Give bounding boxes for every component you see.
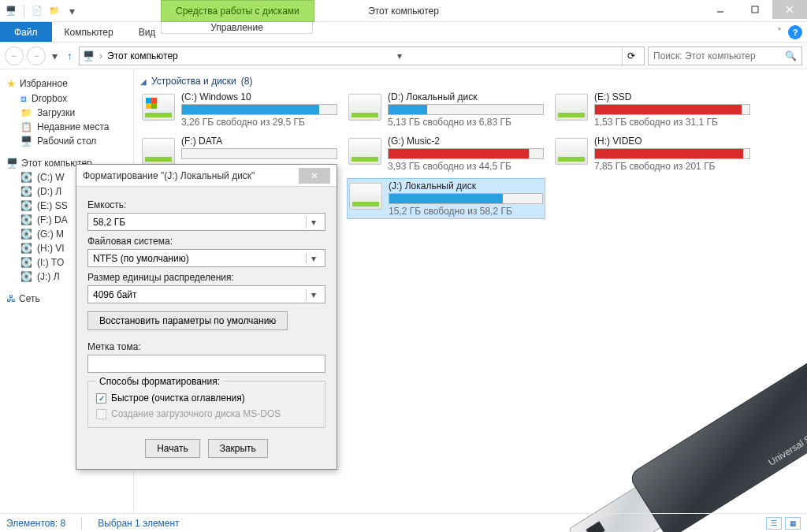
- properties-icon[interactable]: 📄: [31, 5, 43, 17]
- svg-line-3: [787, 6, 793, 13]
- nav-item-label: (J:) Л: [37, 271, 60, 282]
- minimize-button[interactable]: [703, 0, 738, 19]
- status-separator: [81, 517, 82, 530]
- pc-icon: 🖥️: [83, 50, 95, 61]
- desktop-icon: 🖥️: [20, 136, 32, 147]
- refresh-button[interactable]: ⟳: [622, 47, 641, 65]
- search-box[interactable]: 🔍: [648, 47, 802, 65]
- filesystem-value: NTFS (по умолчанию): [93, 253, 189, 264]
- drive-name: (C:) Windows 10: [181, 91, 337, 102]
- close-dialog-button[interactable]: Закрыть: [208, 439, 268, 458]
- allocation-combo[interactable]: 4096 байт▾: [87, 285, 325, 303]
- checkbox-icon: [96, 409, 106, 419]
- address-dropdown-icon[interactable]: ▾: [392, 50, 407, 61]
- drive-freespace: 3,26 ГБ свободно из 29,5 ГБ: [181, 117, 337, 128]
- dialog-close-button[interactable]: ✕: [299, 168, 330, 184]
- close-button[interactable]: [772, 0, 807, 19]
- nav-item-dropbox[interactable]: ⧈Dropbox: [3, 91, 130, 106]
- file-tab[interactable]: Файл: [0, 22, 52, 42]
- nav-item-downloads[interactable]: 📁Загрузки: [3, 106, 130, 120]
- network-label: Сеть: [19, 293, 40, 304]
- restore-defaults-button[interactable]: Восстановить параметры по умолчанию: [87, 311, 288, 330]
- capacity-bar: [594, 148, 750, 159]
- drive-freespace: 5,13 ГБ свободно из 6,83 ГБ: [388, 117, 544, 128]
- drive-tile[interactable]: (G:) Music-23,93 ГБ свободно из 44,5 ГБ: [347, 134, 545, 173]
- qat-dropdown-icon[interactable]: ▾: [65, 5, 78, 17]
- quick-format-label: Быстрое (очистка оглавления): [111, 392, 245, 404]
- group-title: Устройства и диски: [151, 76, 236, 87]
- forward-button[interactable]: →: [27, 47, 46, 65]
- view-tiles-button[interactable]: ▦: [785, 517, 801, 530]
- drive-tile[interactable]: (E:) SSD1,53 ГБ свободно из 31,1 ГБ: [553, 90, 752, 129]
- drive-icon: 💽: [20, 257, 32, 268]
- chevron-down-icon: ▾: [306, 289, 320, 300]
- drive-icon: 💽: [20, 200, 32, 211]
- capacity-bar: [594, 104, 750, 115]
- breadcrumb-sep-icon: ›: [99, 50, 102, 61]
- msdos-boot-label: Создание загрузочного диска MS-DOS: [111, 408, 281, 419]
- drive-icon: [555, 94, 588, 121]
- drive-body: (F:) DATA: [181, 136, 337, 161]
- breadcrumb-location[interactable]: Этот компьютер: [107, 50, 178, 61]
- dialog-title-bar[interactable]: Форматирование "(J:) Локальный диск" ✕: [76, 165, 337, 187]
- capacity-value: 58,2 ГБ: [93, 217, 125, 228]
- ribbon-expand-icon[interactable]: ˅: [777, 27, 782, 38]
- search-input[interactable]: [653, 50, 785, 61]
- nav-item-label: Рабочий стол: [37, 136, 96, 147]
- tab-computer[interactable]: Компьютер: [52, 22, 126, 42]
- nav-item-desktop[interactable]: 🖥️Рабочий стол: [3, 134, 130, 148]
- drive-icon: [349, 183, 382, 210]
- nav-item-recent[interactable]: 📋Недавние места: [3, 120, 130, 134]
- nav-item-label: (D:) Л: [37, 186, 61, 197]
- filesystem-combo[interactable]: NTFS (по умолчанию)▾: [87, 249, 325, 267]
- drive-freespace: 15,2 ГБ свободно из 58,2 ГБ: [389, 206, 543, 217]
- nav-item-label: Загрузки: [37, 107, 75, 118]
- view-details-button[interactable]: ☰: [766, 517, 782, 530]
- svg-line-2: [787, 6, 793, 13]
- folder-icon: 📁: [20, 107, 32, 118]
- new-folder-icon[interactable]: 📁: [48, 5, 61, 17]
- drive-name: (D:) Локальный диск: [388, 91, 544, 102]
- drive-body: (C:) Windows 103,26 ГБ свободно из 29,5 …: [181, 91, 337, 128]
- recent-locations-button[interactable]: ▾: [49, 50, 61, 62]
- start-button[interactable]: Начать: [145, 439, 200, 458]
- up-button[interactable]: ↑: [64, 50, 76, 62]
- maximize-button[interactable]: [738, 0, 772, 19]
- filesystem-label: Файловая система:: [87, 236, 325, 247]
- drive-name: (F:) DATA: [181, 136, 337, 147]
- help-icon[interactable]: ?: [788, 25, 802, 39]
- drive-body: (D:) Локальный диск5,13 ГБ свободно из 6…: [388, 91, 544, 128]
- status-item-count: Элементов: 8: [6, 518, 65, 529]
- status-bar: Элементов: 8 Выбран 1 элемент ☰ ▦: [0, 513, 807, 532]
- drive-icon: [348, 138, 381, 165]
- nav-title-favorites[interactable]: ★Избранное: [3, 76, 130, 91]
- drive-freespace: 1,53 ГБ свободно из 31,1 ГБ: [594, 117, 750, 128]
- back-button[interactable]: ←: [5, 47, 24, 65]
- chevron-down-icon: ▾: [306, 217, 320, 228]
- msdos-boot-checkbox: Создание загрузочного диска MS-DOS: [96, 408, 317, 419]
- drive-body: (H:) VIDEO7,85 ГБ свободно из 201 ГБ: [594, 136, 750, 172]
- star-icon: ★: [6, 77, 17, 90]
- capacity-bar: [388, 148, 544, 159]
- network-icon: 🖧: [6, 293, 16, 304]
- drive-body: (E:) SSD1,53 ГБ свободно из 31,1 ГБ: [594, 91, 750, 128]
- drive-tile[interactable]: (H:) VIDEO7,85 ГБ свободно из 201 ГБ: [553, 134, 752, 173]
- tab-manage[interactable]: Управление: [161, 22, 313, 34]
- drive-tile[interactable]: (C:) Windows 103,26 ГБ свободно из 29,5 …: [140, 90, 339, 129]
- group-header-devices[interactable]: ◢ Устройства и диски (8): [137, 76, 804, 90]
- drive-freespace: 3,93 ГБ свободно из 44,5 ГБ: [388, 161, 544, 172]
- address-bar[interactable]: 🖥️ › Этот компьютер ▾ ⟳: [79, 47, 645, 65]
- capacity-combo[interactable]: 58,2 ГБ▾: [87, 213, 325, 231]
- quick-format-checkbox[interactable]: Быстрое (очистка оглавления): [96, 392, 317, 404]
- qat-separator: [24, 5, 24, 17]
- volume-label-input[interactable]: [87, 355, 325, 373]
- drive-icon: 💽: [20, 186, 32, 197]
- drive-icon: 💽: [20, 243, 32, 254]
- drive-tile[interactable]: (J:) Локальный диск15,2 ГБ свободно из 5…: [347, 178, 545, 219]
- group-count: (8): [241, 76, 253, 87]
- drive-icon: 💽: [20, 172, 32, 183]
- drive-tile[interactable]: (D:) Локальный диск5,13 ГБ свободно из 6…: [347, 90, 545, 129]
- drive-icon: 💽: [20, 229, 32, 240]
- drive-body: (J:) Локальный диск15,2 ГБ свободно из 5…: [389, 180, 543, 217]
- chevron-down-icon: ▾: [306, 253, 320, 264]
